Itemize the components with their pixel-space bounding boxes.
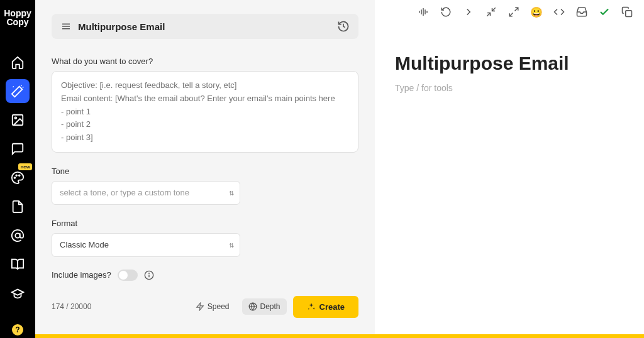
- svg-point-5: [15, 233, 19, 237]
- magic-wand-icon: [11, 84, 25, 98]
- nav-chat[interactable]: [6, 137, 30, 161]
- palette-icon: [11, 171, 25, 185]
- at-sign-icon: [11, 229, 25, 243]
- editor-pane: 😀 Multipurpose Email Type / for tools: [375, 0, 644, 338]
- brand-logo: Hoppy Copy: [4, 9, 31, 26]
- accent-strip: [35, 334, 375, 338]
- cover-textarea[interactable]: [52, 71, 358, 153]
- accent-strip-right: [375, 334, 644, 338]
- svg-line-22: [509, 13, 513, 16]
- svg-point-2: [14, 177, 16, 178]
- book-icon: [11, 258, 25, 271]
- format-label: Format: [52, 219, 358, 228]
- lightning-icon: [196, 302, 204, 311]
- sidebar: Hoppy Copy new ?: [0, 0, 35, 338]
- editor-placeholder: Type / for tools: [395, 83, 644, 93]
- tone-select-wrap: ⇅: [52, 181, 240, 205]
- check-icon[interactable]: [599, 6, 610, 18]
- cover-label: What do you want to cover?: [52, 57, 358, 66]
- brand-line-2: Copy: [4, 18, 31, 26]
- svg-line-21: [515, 8, 518, 11]
- menu-icon[interactable]: [60, 21, 72, 32]
- editor-body[interactable]: Multipurpose Email Type / for tools: [375, 20, 644, 93]
- education-icon: [11, 286, 25, 300]
- nav-at[interactable]: [6, 224, 30, 248]
- editor-title: Multipurpose Email: [395, 53, 644, 74]
- svg-point-3: [16, 175, 17, 176]
- code-icon[interactable]: [553, 6, 565, 18]
- nav-magic[interactable]: [6, 79, 30, 103]
- svg-point-1: [14, 117, 16, 119]
- include-images-label: Include images?: [52, 270, 111, 280]
- tone-select[interactable]: [52, 181, 240, 205]
- svg-line-19: [492, 8, 496, 11]
- collapse-icon[interactable]: [486, 6, 497, 18]
- nav-document[interactable]: [6, 195, 30, 219]
- main: Multipurpose Email What do you want to c…: [35, 0, 644, 338]
- format-select[interactable]: [52, 233, 240, 257]
- form-header: Multipurpose Email: [52, 14, 358, 39]
- chat-icon: [11, 142, 25, 156]
- svg-line-20: [487, 13, 490, 16]
- svg-point-11: [148, 273, 149, 274]
- copy-icon[interactable]: [621, 6, 633, 18]
- form-pane: Multipurpose Email What do you want to c…: [35, 0, 375, 338]
- create-label: Create: [319, 302, 345, 312]
- globe-icon: [248, 302, 257, 311]
- chevron-right-icon[interactable]: [463, 6, 474, 18]
- sparkle-icon: [307, 302, 316, 311]
- nav-book[interactable]: [6, 253, 30, 276]
- format-select-wrap: ⇅: [52, 233, 240, 257]
- nav-palette[interactable]: new: [6, 166, 30, 190]
- home-icon: [11, 55, 25, 69]
- help-button[interactable]: ?: [12, 324, 23, 335]
- svg-marker-12: [197, 303, 204, 311]
- inbox-icon[interactable]: [576, 6, 587, 18]
- depth-label: Depth: [260, 302, 280, 311]
- emoji-icon[interactable]: 😀: [531, 6, 542, 18]
- nav-home[interactable]: [6, 50, 30, 74]
- create-button[interactable]: Create: [293, 296, 358, 318]
- char-count: 174 / 20000: [52, 302, 183, 311]
- speed-label: Speed: [208, 302, 230, 311]
- svg-rect-23: [626, 11, 632, 17]
- form-title: Multipurpose Email: [78, 21, 331, 32]
- svg-point-4: [19, 175, 20, 176]
- nav-education[interactable]: [6, 281, 30, 305]
- speed-mode-button[interactable]: Speed: [189, 298, 236, 315]
- brand-line-1: Hoppy: [4, 9, 31, 18]
- tone-label: Tone: [52, 166, 358, 176]
- expand-icon[interactable]: [508, 6, 519, 18]
- depth-mode-button[interactable]: Depth: [242, 298, 287, 315]
- include-images-row: Include images?: [52, 270, 358, 281]
- refresh-icon[interactable]: [440, 6, 452, 18]
- image-icon: [11, 113, 25, 127]
- editor-toolbar: 😀: [375, 0, 644, 20]
- new-badge: new: [18, 163, 32, 170]
- history-icon[interactable]: [337, 20, 350, 33]
- info-icon[interactable]: [144, 270, 154, 280]
- nav-image[interactable]: [6, 108, 30, 132]
- sound-wave-icon[interactable]: [418, 6, 429, 18]
- action-row: 174 / 20000 Speed Depth Create: [52, 296, 358, 318]
- document-icon: [11, 200, 25, 214]
- include-images-toggle[interactable]: [118, 270, 138, 281]
